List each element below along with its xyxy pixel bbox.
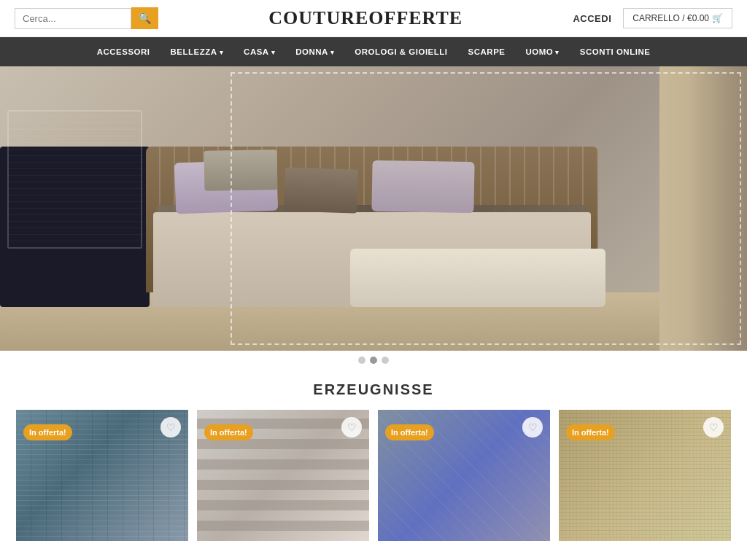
cart-button[interactable]: CARRELLO / €0.00 🛒 [623, 8, 732, 28]
chevron-down-icon: ▾ [271, 49, 276, 56]
product-image-3: In offerta! ♡ [378, 410, 550, 541]
hero-scene [0, 66, 747, 351]
badge-offerta-3: In offerta! [385, 424, 434, 440]
product-card-3: In offerta! ♡ [378, 410, 550, 541]
dresser-detail [7, 110, 142, 249]
heart-icon-4: ♡ [709, 421, 719, 433]
nav-item-bellezza[interactable]: BELLEZZA ▾ [160, 37, 234, 66]
badge-offerta-2: In offerta! [204, 424, 253, 440]
pillow-dark-center [284, 167, 358, 213]
products-section: Erzeugnisse In offerta! ♡ In offerta! ♡ [0, 370, 747, 556]
wishlist-button-2[interactable]: ♡ [341, 417, 362, 438]
curtain [689, 66, 747, 351]
search-button[interactable]: 🔍 [131, 7, 158, 29]
carousel-dot-3[interactable] [382, 357, 389, 364]
product-card-2: In offerta! ♡ [197, 410, 369, 541]
hero-banner [0, 66, 747, 351]
product-card-1: In offerta! ♡ [16, 410, 188, 541]
wishlist-button-1[interactable]: ♡ [160, 417, 181, 438]
chevron-down-icon: ▾ [220, 49, 224, 56]
page-wrapper: 🔍 COUTUREOFFERTE ACCEDI CARRELLO / €0.00… [0, 0, 747, 556]
nav-item-scarpe[interactable]: SCARPE [458, 37, 516, 66]
search-icon: 🔍 [139, 12, 151, 24]
product-image-1: In offerta! ♡ [16, 410, 188, 541]
product-image-4: In offerta! ♡ [559, 410, 731, 541]
site-logo[interactable]: COUTUREOFFERTE [268, 7, 462, 29]
chevron-down-icon: ▾ [555, 49, 560, 56]
chevron-down-icon: ▾ [330, 49, 335, 56]
products-grid: In offerta! ♡ In offerta! ♡ In o [0, 410, 747, 541]
dresser-left [0, 147, 150, 307]
bench [350, 249, 605, 307]
search-input[interactable] [15, 8, 131, 29]
heart-icon-1: ♡ [166, 421, 176, 433]
nav-item-accessori[interactable]: ACCESSORI [87, 37, 160, 66]
product-image-2: In offerta! ♡ [197, 410, 369, 541]
product-card-4: In offerta! ♡ [559, 410, 731, 541]
nav-item-casa[interactable]: CASA ▾ [233, 37, 285, 66]
badge-offerta-4: In offerta! [566, 424, 615, 440]
carousel-dot-2[interactable] [370, 357, 377, 364]
header-right: ACCEDI CARRELLO / €0.00 🛒 [573, 8, 732, 28]
wishlist-button-3[interactable]: ♡ [522, 417, 543, 438]
cart-label: CARRELLO / €0.00 [632, 13, 709, 23]
wishlist-button-4[interactable]: ♡ [703, 417, 724, 438]
nav-item-uomo[interactable]: UOMO ▾ [515, 37, 569, 66]
main-nav: ACCESSORI BELLEZZA ▾ CASA ▾ DONNA ▾ OROL… [0, 37, 747, 66]
pillow-large-right [371, 160, 474, 213]
pillow-small [204, 149, 278, 191]
cart-icon: 🛒 [712, 13, 723, 23]
carousel-dot-1[interactable] [358, 357, 365, 364]
carousel-dots [0, 351, 747, 370]
header: 🔍 COUTUREOFFERTE ACCEDI CARRELLO / €0.00… [0, 0, 747, 37]
nav-item-donna[interactable]: DONNA ▾ [285, 37, 344, 66]
accedi-link[interactable]: ACCEDI [573, 13, 611, 24]
products-title: Erzeugnisse [0, 381, 747, 398]
search-form: 🔍 [15, 7, 158, 29]
nav-item-sconti[interactable]: SCONTI ONLINE [570, 37, 661, 66]
badge-offerta-1: In offerta! [23, 424, 72, 440]
heart-icon-3: ♡ [528, 421, 538, 433]
nav-item-orologi[interactable]: OROLOGI & GIOIELLI [344, 37, 457, 66]
heart-icon-2: ♡ [347, 421, 357, 433]
